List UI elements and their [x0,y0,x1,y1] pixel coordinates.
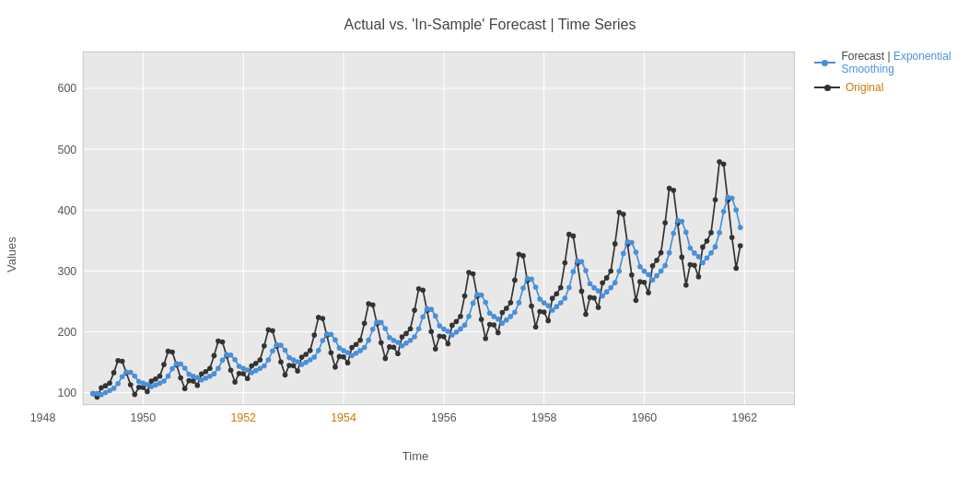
svg-point-137 [542,309,547,315]
svg-point-122 [479,317,484,322]
svg-point-266 [428,306,434,312]
svg-point-329 [692,250,697,256]
svg-point-98 [379,340,384,345]
svg-point-90 [345,360,351,365]
svg-point-45 [158,374,163,379]
y-axis-label: Values [0,40,26,469]
svg-point-138 [545,318,551,324]
svg-point-274 [462,322,468,328]
svg-point-144 [571,234,577,239]
svg-point-263 [416,326,422,331]
svg-point-175 [700,245,706,250]
svg-point-60 [220,340,226,345]
svg-point-216 [220,358,226,364]
svg-point-226 [262,364,267,369]
svg-point-302 [579,260,585,265]
svg-point-118 [462,294,468,299]
svg-point-326 [679,219,684,225]
svg-point-50 [178,376,183,381]
svg-point-62 [228,367,234,373]
svg-point-161 [642,280,648,285]
svg-point-194 [128,370,134,376]
svg-point-127 [499,310,505,316]
svg-text:400: 400 [58,204,77,217]
svg-point-240 [321,338,326,343]
svg-point-292 [537,296,542,302]
svg-point-58 [212,353,217,359]
svg-text:1954: 1954 [331,411,356,424]
svg-text:1960: 1960 [632,411,658,424]
svg-point-117 [458,314,463,319]
svg-point-276 [471,301,476,306]
svg-text:200: 200 [58,326,77,339]
svg-point-238 [311,354,317,360]
svg-point-163 [650,263,656,269]
svg-point-92 [354,341,359,347]
svg-point-303 [583,268,589,273]
svg-point-314 [629,240,635,246]
legend-label-forecast: Forecast | Exponential Smoothing [841,50,980,75]
svg-point-316 [637,264,643,270]
svg-point-51 [182,386,188,391]
svg-point-300 [571,269,577,274]
legend-line-forecast [814,62,835,64]
legend-item-forecast: Forecast | Exponential Smoothing [814,50,980,75]
svg-point-322 [662,263,668,269]
svg-point-99 [383,356,389,362]
svg-point-94 [362,320,368,326]
svg-point-290 [529,276,534,282]
svg-text:1962: 1962 [732,411,758,424]
svg-point-270 [446,329,451,334]
svg-point-296 [554,304,559,309]
svg-text:1950: 1950 [131,411,157,424]
svg-point-38 [128,382,134,387]
svg-point-340 [738,225,743,230]
svg-point-334 [713,244,718,249]
svg-point-304 [588,281,593,286]
svg-point-286 [512,310,518,316]
svg-point-278 [479,293,484,298]
svg-point-230 [278,342,284,348]
svg-point-287 [517,300,522,306]
svg-point-126 [496,330,501,336]
svg-point-283 [499,320,505,326]
svg-point-308 [604,289,610,295]
svg-text:300: 300 [58,265,77,278]
svg-point-190 [111,386,117,391]
svg-point-159 [634,298,639,304]
chart-svg: 1002003004005006001948195019521954195619… [26,40,805,447]
svg-point-335 [717,230,722,236]
svg-point-165 [659,250,664,256]
svg-point-147 [583,312,589,318]
svg-point-82 [311,332,317,338]
svg-point-54 [194,383,200,388]
svg-point-214 [212,371,217,376]
svg-point-135 [533,324,539,329]
svg-point-271 [449,332,455,338]
svg-point-331 [700,260,706,266]
svg-text:500: 500 [58,144,77,156]
svg-point-267 [433,314,438,319]
svg-point-195 [132,374,137,379]
svg-point-123 [483,336,488,341]
svg-point-87 [332,364,338,370]
svg-point-176 [705,238,710,244]
svg-point-132 [520,253,526,259]
legend-dot-forecast [822,60,828,66]
svg-point-89 [341,354,346,360]
svg-text:100: 100 [58,387,77,399]
svg-point-152 [604,275,610,281]
svg-point-239 [316,348,321,353]
svg-point-262 [412,334,417,340]
svg-point-231 [283,348,288,353]
svg-point-120 [471,272,476,277]
svg-point-173 [692,262,697,268]
svg-point-307 [600,294,605,299]
svg-point-330 [696,254,702,260]
svg-point-141 [558,285,564,291]
legend-line-original [814,87,840,88]
svg-point-68 [253,361,259,366]
svg-point-111 [433,346,438,352]
svg-point-66 [245,376,251,381]
svg-point-140 [554,291,559,296]
